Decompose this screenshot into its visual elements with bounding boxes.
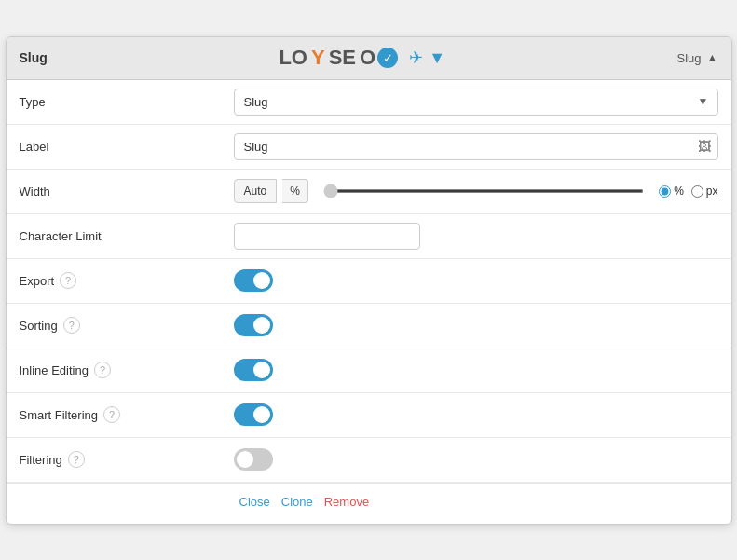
- sorting-label: Sorting ?: [20, 317, 234, 334]
- width-auto-button[interactable]: Auto: [234, 179, 278, 203]
- character-limit-input[interactable]: [234, 223, 420, 250]
- width-content: Auto % % px: [234, 179, 718, 203]
- header-right: Slug ▲: [677, 51, 718, 65]
- sort-arrow-icon: ▲: [707, 51, 718, 64]
- sorting-toggle[interactable]: [234, 314, 273, 336]
- character-limit-content: [234, 223, 718, 250]
- header-left-label: Slug: [20, 50, 48, 65]
- export-help-icon[interactable]: ?: [60, 272, 76, 289]
- type-select-wrap: Slug Text Number Date URL ▼: [234, 89, 718, 116]
- width-px-radio-label[interactable]: px: [691, 184, 718, 198]
- sorting-help-icon[interactable]: ?: [63, 317, 80, 334]
- width-px-radio[interactable]: [691, 185, 703, 198]
- type-row: Type Slug Text Number Date URL ▼: [7, 80, 731, 125]
- filtering-content: [234, 448, 718, 471]
- smart-filtering-row: Smart Filtering ?: [7, 393, 731, 438]
- label-input-wrap: 🖼: [234, 133, 718, 160]
- inline-editing-toggle-slider: [234, 359, 273, 381]
- logo-se: SE: [329, 46, 356, 70]
- header-icons: ✈ ▼: [409, 48, 445, 68]
- export-toggle[interactable]: [234, 269, 273, 292]
- width-pct-button[interactable]: %: [282, 179, 308, 203]
- inline-editing-toggle[interactable]: [234, 359, 273, 381]
- width-pct-radio[interactable]: [659, 185, 671, 198]
- logo-checkmark-icon: ✓: [377, 48, 398, 68]
- inline-editing-help-icon[interactable]: ?: [94, 362, 111, 378]
- header-logo: LO Y SE O ✓ ✈ ▼: [279, 46, 445, 70]
- export-label: Export ?: [20, 272, 234, 289]
- character-limit-label: Character Limit: [20, 229, 234, 243]
- width-radio-group: % px: [659, 184, 717, 198]
- export-row: Export ?: [7, 259, 731, 304]
- filter-icon: ▼: [429, 48, 445, 68]
- label-row-content: 🖼: [234, 133, 718, 160]
- logo-y: Y: [311, 46, 325, 70]
- width-slider[interactable]: [323, 189, 644, 193]
- label-row-label: Label: [20, 140, 234, 154]
- type-label: Type: [20, 95, 234, 109]
- inline-editing-content: [234, 359, 718, 381]
- filtering-label: Filtering ?: [20, 451, 234, 468]
- label-input[interactable]: [234, 133, 718, 160]
- panel-header: Slug LO Y SE O ✓ ✈ ▼ Slug ▲: [7, 37, 731, 80]
- smart-filtering-toggle-slider: [234, 403, 273, 426]
- smart-filtering-help-icon[interactable]: ?: [103, 406, 120, 423]
- footer: Close Clone Remove: [7, 483, 731, 524]
- smart-filtering-toggle[interactable]: [234, 403, 273, 426]
- header-right-label: Slug: [677, 51, 702, 65]
- filtering-help-icon[interactable]: ?: [68, 451, 85, 468]
- width-pct-radio-label[interactable]: %: [659, 184, 684, 198]
- sorting-toggle-slider: [234, 314, 273, 336]
- logo-o: O: [360, 46, 375, 70]
- close-button[interactable]: Close: [239, 493, 270, 511]
- width-row: Width Auto % % px: [7, 170, 731, 214]
- inline-editing-label: Inline Editing ?: [20, 362, 234, 378]
- clone-button[interactable]: Clone: [281, 493, 313, 511]
- image-icon: 🖼: [698, 139, 711, 154]
- type-content: Slug Text Number Date URL ▼: [234, 89, 718, 116]
- inline-editing-row: Inline Editing ?: [7, 348, 731, 393]
- width-label: Width: [20, 184, 234, 198]
- character-limit-row: Character Limit: [7, 214, 731, 259]
- label-row: Label 🖼: [7, 125, 731, 170]
- sorting-content: [234, 314, 718, 336]
- filtering-row: Filtering ?: [7, 438, 731, 483]
- filtering-toggle[interactable]: [234, 448, 273, 471]
- export-toggle-slider: [234, 269, 273, 292]
- filtering-toggle-slider: [234, 448, 273, 471]
- sorting-row: Sorting ?: [7, 304, 731, 348]
- smart-filtering-label: Smart Filtering ?: [20, 406, 234, 423]
- settings-panel: Slug LO Y SE O ✓ ✈ ▼ Slug ▲ Type Slug Te…: [6, 36, 732, 525]
- remove-button[interactable]: Remove: [324, 493, 369, 511]
- export-content: [234, 269, 718, 292]
- plane-icon: ✈: [409, 48, 423, 68]
- smart-filtering-content: [234, 403, 718, 426]
- logo-lo: LO: [279, 46, 307, 70]
- type-select[interactable]: Slug Text Number Date URL: [234, 89, 718, 116]
